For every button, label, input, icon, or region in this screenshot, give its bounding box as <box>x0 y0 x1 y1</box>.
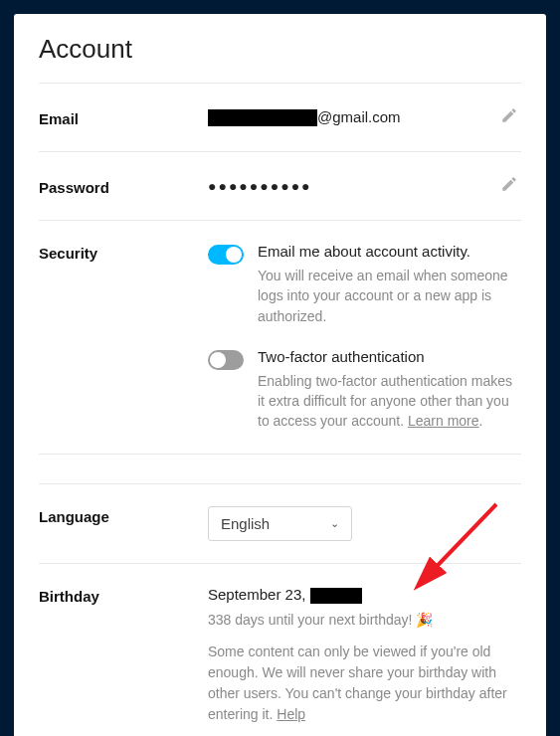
birthday-countdown: 338 days until your next birthday! 🎉 <box>208 612 521 628</box>
page-title: Account <box>39 34 521 65</box>
birthday-year-redacted <box>310 588 362 604</box>
pencil-icon <box>500 175 518 197</box>
language-section: Language English ⌄ <box>39 483 521 563</box>
password-value: ●●●●●●●●●● <box>208 178 497 194</box>
security-section: Security Email me about account activity… <box>39 220 521 454</box>
twofa-title: Two-factor authentication <box>258 348 521 365</box>
twofa-learn-more-link[interactable]: Learn more <box>408 413 479 429</box>
divider <box>39 454 521 483</box>
email-label: Email <box>39 108 208 127</box>
birthday-section: Birthday September 23, 338 days until yo… <box>39 563 521 736</box>
activity-email-desc: You will receive an email when someone l… <box>258 266 521 326</box>
birthday-note: Some content can only be viewed if you'r… <box>208 642 521 725</box>
activity-email-title: Email me about account activity. <box>258 243 521 260</box>
language-label: Language <box>39 506 208 525</box>
birthday-label: Birthday <box>39 586 208 605</box>
edit-email-button[interactable] <box>497 105 521 129</box>
birthday-help-link[interactable]: Help <box>277 706 305 722</box>
pencil-icon <box>500 106 518 128</box>
email-redacted <box>208 109 317 126</box>
password-section: Password ●●●●●●●●●● <box>39 151 521 220</box>
edit-password-button[interactable] <box>497 174 521 198</box>
activity-email-toggle[interactable] <box>208 245 244 265</box>
email-domain: @gmail.com <box>317 108 401 125</box>
twofa-toggle[interactable] <box>208 350 244 370</box>
twofa-desc: Enabling two-factor authentication makes… <box>258 371 521 432</box>
password-label: Password <box>39 177 208 196</box>
birthday-date: September 23, <box>208 586 521 604</box>
language-select[interactable]: English ⌄ <box>208 506 352 541</box>
email-value: @gmail.com <box>208 108 497 127</box>
security-label: Security <box>39 243 208 262</box>
activity-email-row: Email me about account activity. You wil… <box>208 243 521 326</box>
twofa-row: Two-factor authentication Enabling two-f… <box>208 348 521 432</box>
email-section: Email @gmail.com <box>39 83 521 151</box>
chevron-down-icon: ⌄ <box>330 517 339 530</box>
language-selected: English <box>221 515 270 532</box>
